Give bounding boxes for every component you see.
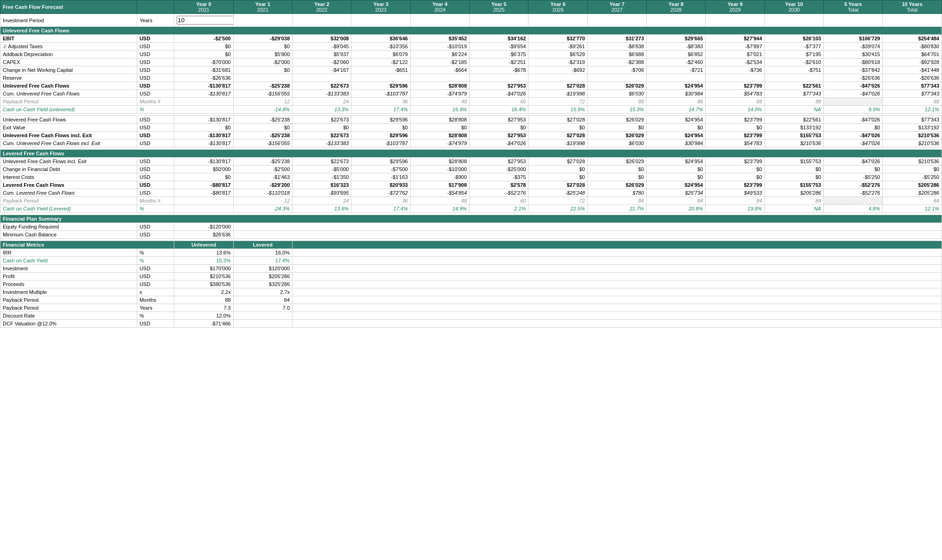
unlevered-fcf-y7: $26'029 — [587, 82, 646, 90]
addback-dep-y7: $6'688 — [587, 51, 646, 58]
cum-levered-fcf-y2: -$93'695 — [293, 189, 351, 197]
interest-costs-unit: USD — [137, 173, 174, 181]
change-nwc-unit: USD — [137, 66, 174, 74]
financial-plan-section-header: Financial Plan Summary — [0, 215, 942, 223]
ufcf-incl-exit-y9: $23'799 — [706, 132, 764, 140]
cum-unlevered-fcf-y5: -$47'026 — [470, 90, 528, 98]
ebit-y5: $34'162 — [470, 35, 528, 43]
coc-unlevered-5yr: 9.9% — [824, 106, 883, 114]
interest-costs-y2: -$1'350 — [293, 173, 351, 181]
exit-value-10yr: $133'192 — [883, 124, 942, 132]
invest-multiple-unit: x — [137, 288, 174, 296]
change-nwc-5yr: -$37'842 — [824, 66, 883, 74]
coc-levered-5yr: 4.8% — [824, 205, 883, 213]
dcf-valuation-levered — [233, 320, 292, 328]
unlevered-header-label: Unlevered Free Cash Flows — [0, 27, 942, 35]
unlevered-fcf-incl-exit-unit: USD — [137, 132, 174, 140]
payback-months-row: Payback Period Months 88 84 — [0, 296, 942, 304]
proceeds-levered: $325'286 — [233, 280, 292, 288]
exit-value-row: Exit Value USD $0 $0 $0 $0 $0 $0 $0 $0 $… — [0, 124, 942, 132]
10yr-header: 10 YearsTotal — [883, 0, 942, 14]
unlevered-fcf-unit: USD — [137, 82, 174, 90]
adj-taxes-row: ./. Adjusted Taxes USD $0 $0 -$9'045 -$1… — [0, 43, 942, 51]
adj-taxes-y1: $0 — [233, 43, 292, 51]
unlevered-fcf-2-5yr: -$47'026 — [824, 116, 883, 124]
proceeds-label: Proceeds — [0, 280, 137, 288]
levered-ufcf-y6: $27'028 — [528, 158, 587, 165]
cum-ufcf-incl-exit-y9: $54'783 — [706, 140, 764, 147]
coc-unlevered-row: Cash on Cash Yield (unlevered) % -14.8% … — [0, 106, 942, 114]
ebit-y0: -$2'500 — [174, 35, 233, 43]
change-fin-debt-row: Change in Financial Debt USD $50'000 -$2… — [0, 165, 942, 173]
discount-rate-row: Discount Rate % 12.0% — [0, 312, 942, 320]
payback-months-unlevered: 88 — [174, 296, 233, 304]
levered-ufcf-y0: -$130'817 — [174, 158, 233, 165]
levered-fcf-y4: $17'908 — [410, 181, 469, 189]
year1-header: Year 12021 — [233, 0, 292, 14]
cum-ufcf-incl-exit-10yr: $210'536 — [883, 140, 942, 147]
financial-metrics-section-header: Financial Metrics Unlevered Levered — [0, 241, 942, 249]
investment-period-value-cell[interactable]: 10 — [174, 14, 233, 27]
exit-value-5yr: $0 — [824, 124, 883, 132]
coc-unlevered-y7: 15.3% — [587, 106, 646, 114]
ebit-10yr: $254'484 — [883, 35, 942, 43]
capex-y2: -$2'060 — [293, 58, 351, 66]
coc-unlevered-y5: 16.4% — [470, 106, 528, 114]
unlevered-fcf-2-y6: $27'028 — [528, 116, 587, 124]
adj-taxes-5yr: -$39'074 — [824, 43, 883, 51]
payback-period-2-unit: Months # — [137, 197, 174, 205]
profit-unlevered: $210'536 — [174, 273, 233, 280]
addback-dep-unit: USD — [137, 51, 174, 58]
cum-ufcf-incl-exit-y4: -$74'979 — [410, 140, 469, 147]
ebit-5yr: $106'729 — [824, 35, 883, 43]
adj-taxes-10yr: -$80'830 — [883, 43, 942, 51]
investment-period-unit: Years — [137, 14, 174, 27]
levered-ufcf-label: Unlevered Free Cash Flows incl. Exit — [0, 158, 137, 165]
unlevered-fcf-2-y4: $28'808 — [410, 116, 469, 124]
ufcf-incl-exit-5yr: -$47'026 — [824, 132, 883, 140]
payback-years-label: Payback Period — [0, 304, 137, 312]
unlevered-fcf-y3: $29'596 — [351, 82, 410, 90]
interest-costs-label: Interest Costs — [0, 173, 137, 181]
cum-unlevered-fcf-row: Cum. Unlevered Free Cash Flows USD -$130… — [0, 90, 942, 98]
levered-fcf-y3: $20'933 — [351, 181, 410, 189]
exit-value-y4: $0 — [410, 124, 469, 132]
cum-unlevered-fcf-y10: $77'343 — [764, 90, 823, 98]
spreadsheet-container: Free Cash Flow Forecast Year 02021 Year … — [0, 0, 942, 560]
change-fin-debt-y1: -$2'500 — [233, 165, 292, 173]
interest-costs-y4: -$900 — [410, 173, 469, 181]
addback-dep-y5: $6'375 — [470, 51, 528, 58]
unit-col-header — [137, 0, 174, 14]
levered-ufcf-y8: $24'954 — [647, 158, 706, 165]
change-fin-debt-y9: $0 — [706, 165, 764, 173]
irr-levered: 16.0% — [233, 249, 292, 257]
adj-taxes-label: ./. Adjusted Taxes — [0, 43, 137, 51]
discount-rate-label: Discount Rate — [0, 312, 137, 320]
ebit-y3: $36'646 — [351, 35, 410, 43]
payback-period-1-row: Payback Period Months # 12 24 36 48 60 7… — [0, 98, 942, 106]
payback-p1-y9: 88 — [706, 98, 764, 106]
exit-value-y9: $0 — [706, 124, 764, 132]
interest-costs-y0: $0 — [174, 173, 233, 181]
change-nwc-y1: $0 — [233, 66, 292, 74]
capex-label: CAPEX — [0, 58, 137, 66]
levered-ufcf-y3: $29'596 — [351, 158, 410, 165]
year0-header: Year 02021 — [174, 0, 233, 14]
investment-period-input[interactable]: 10 — [177, 16, 233, 25]
coc-metrics-unit: % — [137, 257, 174, 265]
adj-taxes-y2: -$9'045 — [293, 43, 351, 51]
cum-levered-fcf-y3: -$72'762 — [351, 189, 410, 197]
capex-y6: -$2'319 — [528, 58, 587, 66]
unlevered-fcf-y5: $27'953 — [470, 82, 528, 90]
payback-p2-y3: 36 — [351, 197, 410, 205]
reserve-y9 — [706, 74, 764, 82]
levered-ufcf-y1: -$25'238 — [233, 158, 292, 165]
ufcf-incl-exit-y5: $27'953 — [470, 132, 528, 140]
change-fin-debt-y3: -$7'500 — [351, 165, 410, 173]
levered-ufcf-10yr: $210'536 — [883, 158, 942, 165]
payback-p2-y0 — [174, 197, 233, 205]
unlevered-fcf-2-y10: $22'561 — [764, 116, 823, 124]
reserve-y3 — [351, 74, 410, 82]
invest-multiple-levered: 2.7x — [233, 288, 292, 296]
dcf-valuation-label: DCF Valuation @12.0% — [0, 320, 137, 328]
